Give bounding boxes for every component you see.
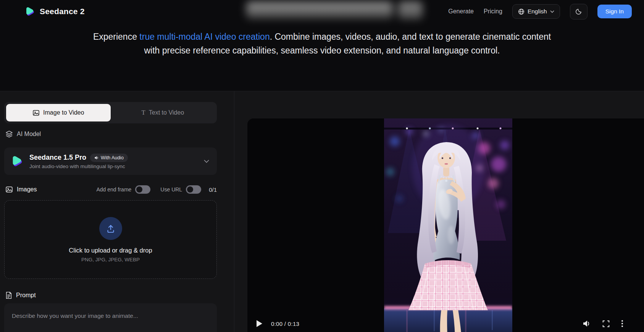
image-icon: [5, 186, 13, 193]
layers-icon: [5, 130, 13, 138]
tab-label: Text to Video: [149, 109, 184, 116]
text-icon: T: [141, 109, 145, 117]
play-icon: [257, 320, 262, 327]
video-frame-image: [384, 118, 512, 332]
images-header-row: Images Add end frame Use URL 0/1: [5, 184, 217, 195]
panel-divider: [234, 91, 234, 332]
hero-line1-rest: . Combine images, videos, audio, and tex…: [270, 32, 551, 42]
nav-generate[interactable]: Generate: [448, 8, 474, 15]
toggle-knob: [187, 186, 193, 193]
prompt-label: Prompt: [5, 292, 36, 299]
add-end-frame-toggle[interactable]: [135, 185, 150, 194]
add-end-frame-label: Add end frame: [97, 186, 132, 193]
globe-icon: [518, 8, 525, 15]
player-controls-left: 0:00 / 0:13: [254, 318, 299, 329]
brand-name: Seedance 2: [40, 7, 85, 16]
model-info: Seedance 1.5 Pro With Audio Joint audio-…: [29, 154, 128, 169]
tab-text-to-video[interactable]: T Text to Video: [111, 104, 215, 121]
speaker-icon: [94, 155, 99, 160]
play-button[interactable]: [254, 319, 264, 329]
prompt-input[interactable]: [4, 303, 217, 332]
blurred-content: [246, 2, 423, 19]
brand[interactable]: Seedance 2: [24, 6, 85, 17]
mode-tabbar: Image to Video T Text to Video: [4, 102, 217, 123]
hero-line2: with precise reference capabilities, sea…: [63, 44, 582, 57]
chevron-down-icon: [550, 10, 554, 13]
ai-model-label: AI Model: [5, 130, 41, 138]
images-label: Images: [17, 186, 37, 193]
use-url-label: Use URL: [160, 186, 182, 193]
upload-formats: PNG, JPG, JPEG, WEBP: [81, 257, 140, 262]
sign-in-button[interactable]: Sign In: [597, 5, 632, 18]
model-selector[interactable]: Seedance 1.5 Pro With Audio Joint audio-…: [4, 147, 217, 175]
upload-icon-circle: [99, 217, 122, 240]
with-audio-badge: With Audio: [90, 154, 128, 162]
ai-model-label-text: AI Model: [17, 131, 41, 138]
upload-icon: [105, 223, 116, 234]
more-options-button[interactable]: [621, 320, 623, 327]
badge-label: With Audio: [101, 155, 124, 160]
chevron-down-icon: [204, 160, 209, 163]
prompt-label-text: Prompt: [16, 292, 36, 299]
video-player[interactable]: 0:00 / 0:13: [247, 118, 644, 332]
language-label: English: [528, 8, 547, 15]
seedance-logo-icon: [24, 6, 36, 17]
fullscreen-button[interactable]: [602, 320, 610, 327]
document-icon: [5, 292, 12, 299]
player-controls-right: [583, 318, 623, 329]
theme-toggle-button[interactable]: [570, 4, 588, 19]
image-counter: 0/1: [209, 186, 217, 193]
language-selector[interactable]: English: [512, 4, 560, 19]
seedance-page: Seedance 2 Generate Pricing English: [0, 0, 644, 332]
upload-dropzone[interactable]: Click to upload or drag & drop PNG, JPG,…: [4, 200, 217, 279]
model-name: Seedance 1.5 Pro: [29, 154, 86, 162]
hero-highlight: true multi-modal AI video creation: [139, 32, 270, 42]
model-description: Joint audio-video with multilingual lip-…: [29, 164, 128, 169]
header: Seedance 2 Generate Pricing English: [0, 0, 644, 23]
tab-label: Image to Video: [43, 109, 84, 116]
header-right: Generate Pricing English: [448, 4, 632, 19]
upload-title: Click to upload or drag & drop: [69, 247, 152, 254]
image-icon: [32, 109, 40, 117]
moon-icon: [575, 8, 582, 15]
generator-section: Image to Video T Text to Video AI Model: [0, 91, 644, 332]
tab-image-to-video[interactable]: Image to Video: [6, 104, 111, 121]
seedance-model-logo-icon: [10, 154, 24, 168]
nav-pricing[interactable]: Pricing: [484, 8, 502, 15]
hero-section: Experience true multi-modal AI video cre…: [0, 23, 644, 91]
time-display: 0:00 / 0:13: [271, 321, 299, 327]
hero-text: Experience true multi-modal AI video cre…: [63, 30, 582, 57]
hero-prefix: Experience: [93, 32, 139, 42]
volume-button[interactable]: [583, 320, 591, 327]
use-url-toggle[interactable]: [186, 185, 201, 194]
toggle-knob: [136, 186, 142, 193]
